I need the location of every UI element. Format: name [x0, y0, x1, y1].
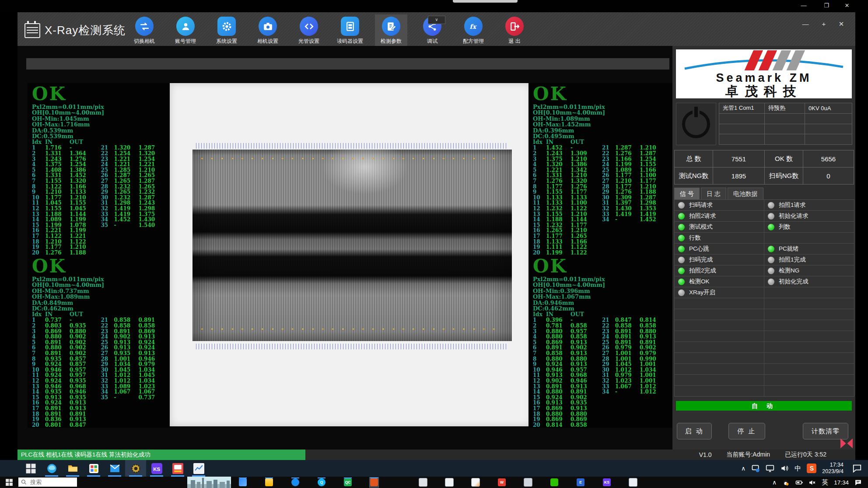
- notification-center-icon[interactable]: [854, 479, 862, 486]
- stop-button[interactable]: 停 止: [728, 423, 765, 439]
- host-taskbar-remote-viewer[interactable]: [370, 478, 378, 487]
- start-button[interactable]: 启 动: [677, 423, 712, 439]
- toolbar-item-scanner-settings[interactable]: 读码器设置: [334, 14, 366, 47]
- qq-tray-icon[interactable]: [782, 479, 790, 486]
- signal-label: XRay开启: [689, 289, 715, 296]
- host-taskbar-file-explorer[interactable]: [265, 478, 273, 487]
- host-taskbar-tools[interactable]: [524, 478, 532, 487]
- toolbar-item-exit[interactable]: 退 出: [498, 14, 531, 47]
- host-taskbar-notepad[interactable]: [445, 478, 454, 487]
- toolbar-item-tube-settings[interactable]: 光管设置: [293, 14, 325, 47]
- start-icon[interactable]: [5, 478, 13, 486]
- host-taskbar-ks[interactable]: [602, 478, 611, 487]
- host-taskbar-window-app[interactable]: [629, 478, 637, 487]
- measurement-info: OH-Min:1.089mm: [533, 116, 672, 122]
- toolbar-item-label: 调试: [427, 38, 438, 45]
- led-pc-ready: [768, 246, 774, 252]
- remote-taskbar-chart-app[interactable]: [188, 460, 209, 477]
- chevron-down-icon[interactable]: ∨: [428, 16, 445, 24]
- signal-cell: 检测NG: [764, 265, 854, 276]
- ime-indicator[interactable]: 英: [822, 478, 828, 487]
- remote-taskbar-file-explorer[interactable]: [62, 460, 83, 477]
- host-taskbar-wechat[interactable]: [550, 478, 559, 487]
- remote-taskbar-mail[interactable]: [104, 460, 125, 477]
- led-detect-ok: [678, 279, 685, 285]
- remote-taskbar-xray-app[interactable]: [125, 460, 146, 477]
- os-close-button[interactable]: ✕: [843, 2, 851, 9]
- rdp-connection-bar[interactable]: [453, 0, 518, 3]
- weather-widget[interactable]: [187, 477, 231, 488]
- data-panel-left: OKPxl2mm=0.011mm/pixOH[0.10mm~4.00mm]OH-…: [28, 83, 170, 428]
- remote-taskbar-start[interactable]: [20, 460, 41, 477]
- taskbar-search[interactable]: [18, 478, 77, 487]
- feishu-icon: [239, 478, 247, 486]
- signal-row: [675, 353, 854, 364]
- remote-taskbar-paint[interactable]: [167, 460, 188, 477]
- measurement-row: 60.8800.902: [32, 345, 101, 351]
- remote-session-icon[interactable]: [751, 464, 760, 473]
- xray-image-view[interactable]: [170, 83, 532, 426]
- ime-indicator[interactable]: 中: [794, 464, 801, 473]
- os-maximize-button[interactable]: ❐: [822, 2, 831, 9]
- tray-chevron-icon[interactable]: ∧: [772, 479, 777, 486]
- app-close-button[interactable]: ✕: [836, 20, 846, 28]
- host-taskbar-thunder[interactable]: [291, 478, 300, 487]
- app-restore-button[interactable]: +: [819, 20, 829, 28]
- toolbar-item-detection-params[interactable]: 检测参数: [375, 14, 407, 47]
- toolbar-item-camera-settings[interactable]: 相机设置: [252, 14, 284, 47]
- app-minimize-button[interactable]: —: [801, 20, 810, 28]
- svg-text:fx: fx: [469, 22, 477, 30]
- host-taskbar-photos[interactable]: [471, 478, 480, 487]
- battery-icon[interactable]: [795, 479, 803, 486]
- host-time[interactable]: 17:34: [834, 479, 849, 486]
- sogou-input-icon[interactable]: S: [807, 464, 816, 473]
- host-taskbar-feishu[interactable]: [238, 478, 247, 487]
- app-version: V1.0: [699, 451, 712, 458]
- signal-cell: [764, 298, 854, 309]
- toolbar-item-system-settings[interactable]: 系统设置: [210, 14, 243, 47]
- signal-cell: 初始化完成: [764, 276, 854, 287]
- signal-label: 扫码完成: [689, 256, 713, 264]
- remote-clock[interactable]: 17:34 2023/9/4: [822, 462, 844, 475]
- remote-taskbar-ks-app[interactable]: KS: [146, 460, 167, 477]
- xray-power-button[interactable]: [676, 103, 716, 145]
- search-input[interactable]: [29, 478, 70, 486]
- measurement-row: 41.3201.386: [533, 162, 602, 167]
- host-taskbar-monitor-app[interactable]: [419, 478, 427, 487]
- toolbar-item-account-management[interactable]: 账号管理: [169, 14, 202, 47]
- remote-taskbar-edge[interactable]: [41, 460, 62, 477]
- fx-icon: fx: [464, 17, 483, 36]
- signal-row: 扫码完成拍照1完成: [675, 254, 854, 265]
- host-taskbar-everything[interactable]: [576, 478, 585, 487]
- viewer-top-band: [26, 58, 669, 70]
- swap-icon: [135, 17, 154, 36]
- measurement-row: 50.8910.902: [32, 340, 101, 345]
- os-minimize-button[interactable]: —: [799, 2, 808, 9]
- tab-log[interactable]: 日 志: [701, 188, 726, 200]
- display-icon[interactable]: [766, 464, 774, 473]
- tab-battery-data[interactable]: 电池数据: [728, 188, 763, 200]
- host-taskbar-wps[interactable]: [497, 478, 506, 487]
- toolbar-item-recipe-management[interactable]: fx配方管理: [457, 14, 490, 47]
- notification-center-icon[interactable]: [852, 464, 862, 473]
- tray-chevron-icon[interactable]: ∧: [741, 465, 746, 472]
- measurement-info: OH-Max:1.089mm: [32, 294, 170, 300]
- signal-cell: [764, 331, 854, 342]
- signal-cell: [675, 298, 764, 309]
- volume-icon[interactable]: [780, 464, 789, 473]
- host-taskbar-qq[interactable]: [317, 478, 326, 487]
- signal-label: PC心跳: [689, 245, 709, 253]
- mute-speaker-icon[interactable]: [808, 479, 816, 486]
- ks2-icon: [603, 478, 611, 486]
- signal-row: 拍照2完成检测NG: [675, 265, 854, 276]
- tab-signal[interactable]: 信 号: [674, 188, 700, 200]
- signal-row: [675, 320, 854, 331]
- toolbar-item-switch-camera[interactable]: 切换相机: [128, 14, 161, 47]
- host-taskbar-qc-app[interactable]: [343, 478, 352, 487]
- auto-mode-bar: 自 动: [676, 401, 852, 411]
- screen: — ❐ ✕ X-Ray检测系统 切换相机账号管理系统设置相机设置光管设置读码器设…: [0, 0, 868, 488]
- measurement-row: 35-0.737: [101, 395, 170, 401]
- led-row-count: [678, 235, 685, 241]
- remote-taskbar-store[interactable]: [83, 460, 104, 477]
- measurement-row: 140.8800.891: [533, 389, 602, 395]
